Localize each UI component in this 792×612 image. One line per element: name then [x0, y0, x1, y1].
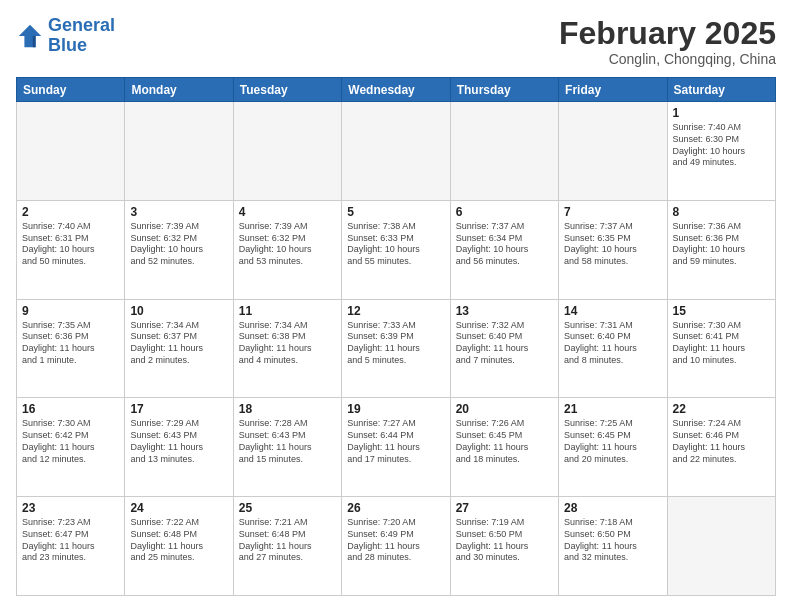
calendar-cell: 27Sunrise: 7:19 AM Sunset: 6:50 PM Dayli… [450, 497, 558, 596]
day-number: 26 [347, 501, 444, 515]
col-thursday: Thursday [450, 78, 558, 102]
day-number: 27 [456, 501, 553, 515]
calendar-cell: 26Sunrise: 7:20 AM Sunset: 6:49 PM Dayli… [342, 497, 450, 596]
calendar-cell: 20Sunrise: 7:26 AM Sunset: 6:45 PM Dayli… [450, 398, 558, 497]
logo-icon [16, 22, 44, 50]
page: General Blue February 2025 Conglin, Chon… [0, 0, 792, 612]
day-number: 25 [239, 501, 336, 515]
day-info: Sunrise: 7:36 AM Sunset: 6:36 PM Dayligh… [673, 221, 770, 268]
day-number: 12 [347, 304, 444, 318]
calendar-cell [233, 102, 341, 201]
day-number: 11 [239, 304, 336, 318]
calendar-cell: 9Sunrise: 7:35 AM Sunset: 6:36 PM Daylig… [17, 299, 125, 398]
day-number: 21 [564, 402, 661, 416]
calendar-cell: 2Sunrise: 7:40 AM Sunset: 6:31 PM Daylig… [17, 200, 125, 299]
calendar-cell [667, 497, 775, 596]
day-info: Sunrise: 7:21 AM Sunset: 6:48 PM Dayligh… [239, 517, 336, 564]
calendar-cell: 21Sunrise: 7:25 AM Sunset: 6:45 PM Dayli… [559, 398, 667, 497]
calendar-cell [342, 102, 450, 201]
header: General Blue February 2025 Conglin, Chon… [16, 16, 776, 67]
col-friday: Friday [559, 78, 667, 102]
day-number: 13 [456, 304, 553, 318]
calendar-cell: 16Sunrise: 7:30 AM Sunset: 6:42 PM Dayli… [17, 398, 125, 497]
day-number: 6 [456, 205, 553, 219]
calendar-cell: 19Sunrise: 7:27 AM Sunset: 6:44 PM Dayli… [342, 398, 450, 497]
day-number: 7 [564, 205, 661, 219]
logo-text: General Blue [48, 16, 115, 56]
logo: General Blue [16, 16, 115, 56]
day-number: 1 [673, 106, 770, 120]
day-info: Sunrise: 7:26 AM Sunset: 6:45 PM Dayligh… [456, 418, 553, 465]
title-block: February 2025 Conglin, Chongqing, China [559, 16, 776, 67]
logo-general: General [48, 15, 115, 35]
calendar-week-2: 2Sunrise: 7:40 AM Sunset: 6:31 PM Daylig… [17, 200, 776, 299]
calendar-cell [125, 102, 233, 201]
day-number: 19 [347, 402, 444, 416]
calendar-cell: 1Sunrise: 7:40 AM Sunset: 6:30 PM Daylig… [667, 102, 775, 201]
calendar-cell: 28Sunrise: 7:18 AM Sunset: 6:50 PM Dayli… [559, 497, 667, 596]
day-info: Sunrise: 7:31 AM Sunset: 6:40 PM Dayligh… [564, 320, 661, 367]
day-number: 9 [22, 304, 119, 318]
month-title: February 2025 [559, 16, 776, 51]
calendar-cell [559, 102, 667, 201]
day-number: 24 [130, 501, 227, 515]
day-number: 14 [564, 304, 661, 318]
calendar-cell: 6Sunrise: 7:37 AM Sunset: 6:34 PM Daylig… [450, 200, 558, 299]
day-info: Sunrise: 7:20 AM Sunset: 6:49 PM Dayligh… [347, 517, 444, 564]
day-info: Sunrise: 7:19 AM Sunset: 6:50 PM Dayligh… [456, 517, 553, 564]
location-subtitle: Conglin, Chongqing, China [559, 51, 776, 67]
day-number: 18 [239, 402, 336, 416]
day-info: Sunrise: 7:39 AM Sunset: 6:32 PM Dayligh… [130, 221, 227, 268]
calendar-week-3: 9Sunrise: 7:35 AM Sunset: 6:36 PM Daylig… [17, 299, 776, 398]
calendar-cell: 12Sunrise: 7:33 AM Sunset: 6:39 PM Dayli… [342, 299, 450, 398]
calendar-cell: 11Sunrise: 7:34 AM Sunset: 6:38 PM Dayli… [233, 299, 341, 398]
svg-marker-0 [19, 25, 41, 47]
calendar-cell [17, 102, 125, 201]
day-info: Sunrise: 7:37 AM Sunset: 6:34 PM Dayligh… [456, 221, 553, 268]
day-info: Sunrise: 7:38 AM Sunset: 6:33 PM Dayligh… [347, 221, 444, 268]
calendar-cell: 23Sunrise: 7:23 AM Sunset: 6:47 PM Dayli… [17, 497, 125, 596]
col-sunday: Sunday [17, 78, 125, 102]
day-info: Sunrise: 7:29 AM Sunset: 6:43 PM Dayligh… [130, 418, 227, 465]
logo-blue: Blue [48, 35, 87, 55]
day-number: 15 [673, 304, 770, 318]
calendar-cell: 5Sunrise: 7:38 AM Sunset: 6:33 PM Daylig… [342, 200, 450, 299]
day-info: Sunrise: 7:40 AM Sunset: 6:30 PM Dayligh… [673, 122, 770, 169]
day-number: 22 [673, 402, 770, 416]
calendar-cell: 25Sunrise: 7:21 AM Sunset: 6:48 PM Dayli… [233, 497, 341, 596]
calendar-header-row: Sunday Monday Tuesday Wednesday Thursday… [17, 78, 776, 102]
calendar-cell: 4Sunrise: 7:39 AM Sunset: 6:32 PM Daylig… [233, 200, 341, 299]
day-info: Sunrise: 7:30 AM Sunset: 6:41 PM Dayligh… [673, 320, 770, 367]
calendar-cell: 10Sunrise: 7:34 AM Sunset: 6:37 PM Dayli… [125, 299, 233, 398]
calendar-cell: 3Sunrise: 7:39 AM Sunset: 6:32 PM Daylig… [125, 200, 233, 299]
calendar-cell: 24Sunrise: 7:22 AM Sunset: 6:48 PM Dayli… [125, 497, 233, 596]
day-info: Sunrise: 7:37 AM Sunset: 6:35 PM Dayligh… [564, 221, 661, 268]
col-wednesday: Wednesday [342, 78, 450, 102]
day-number: 8 [673, 205, 770, 219]
day-info: Sunrise: 7:32 AM Sunset: 6:40 PM Dayligh… [456, 320, 553, 367]
day-info: Sunrise: 7:39 AM Sunset: 6:32 PM Dayligh… [239, 221, 336, 268]
day-number: 4 [239, 205, 336, 219]
calendar-cell: 17Sunrise: 7:29 AM Sunset: 6:43 PM Dayli… [125, 398, 233, 497]
calendar-week-4: 16Sunrise: 7:30 AM Sunset: 6:42 PM Dayli… [17, 398, 776, 497]
day-number: 2 [22, 205, 119, 219]
calendar-week-1: 1Sunrise: 7:40 AM Sunset: 6:30 PM Daylig… [17, 102, 776, 201]
day-number: 28 [564, 501, 661, 515]
calendar-cell: 8Sunrise: 7:36 AM Sunset: 6:36 PM Daylig… [667, 200, 775, 299]
day-info: Sunrise: 7:34 AM Sunset: 6:37 PM Dayligh… [130, 320, 227, 367]
day-number: 3 [130, 205, 227, 219]
calendar-week-5: 23Sunrise: 7:23 AM Sunset: 6:47 PM Dayli… [17, 497, 776, 596]
col-saturday: Saturday [667, 78, 775, 102]
day-info: Sunrise: 7:24 AM Sunset: 6:46 PM Dayligh… [673, 418, 770, 465]
day-number: 17 [130, 402, 227, 416]
calendar-cell: 15Sunrise: 7:30 AM Sunset: 6:41 PM Dayli… [667, 299, 775, 398]
day-info: Sunrise: 7:35 AM Sunset: 6:36 PM Dayligh… [22, 320, 119, 367]
day-info: Sunrise: 7:23 AM Sunset: 6:47 PM Dayligh… [22, 517, 119, 564]
day-info: Sunrise: 7:30 AM Sunset: 6:42 PM Dayligh… [22, 418, 119, 465]
day-info: Sunrise: 7:33 AM Sunset: 6:39 PM Dayligh… [347, 320, 444, 367]
day-number: 20 [456, 402, 553, 416]
day-info: Sunrise: 7:27 AM Sunset: 6:44 PM Dayligh… [347, 418, 444, 465]
calendar-table: Sunday Monday Tuesday Wednesday Thursday… [16, 77, 776, 596]
day-number: 23 [22, 501, 119, 515]
day-info: Sunrise: 7:28 AM Sunset: 6:43 PM Dayligh… [239, 418, 336, 465]
